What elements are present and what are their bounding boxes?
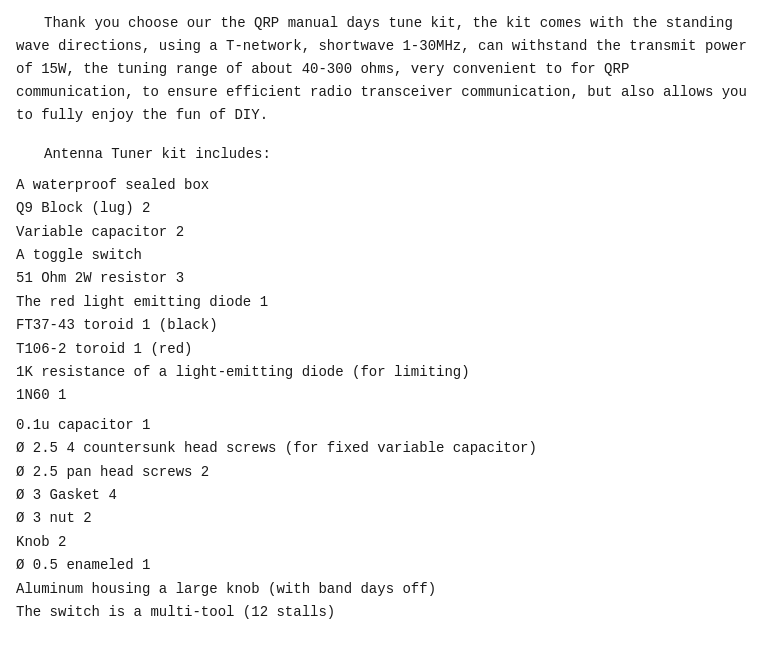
list-item: 1K resistance of a light-emitting diode … [16,361,752,383]
list-item: Knob 2 [16,531,752,553]
list-item: Ø 3 Gasket 4 [16,484,752,506]
items-list: A waterproof sealed boxQ9 Block (lug) 2V… [16,174,752,623]
list-item: 1N60 1 [16,384,752,406]
list-item: Ø 2.5 pan head screws 2 [16,461,752,483]
list-item: 51 Ohm 2W resistor 3 [16,267,752,289]
list-item: The switch is a multi-tool (12 stalls) [16,601,752,623]
section-title: Antenna Tuner kit includes: [16,143,752,165]
intro-text: Thank you choose our the QRP manual days… [16,12,752,127]
list-item: FT37-43 toroid 1 (black) [16,314,752,336]
list-item: A toggle switch [16,244,752,266]
list-item: T106-2 toroid 1 (red) [16,338,752,360]
list-item: Q9 Block (lug) 2 [16,197,752,219]
list-item: The red light emitting diode 1 [16,291,752,313]
list-item: Ø 0.5 enameled 1 [16,554,752,576]
list-item: A waterproof sealed box [16,174,752,196]
list-item: Ø 2.5 4 countersunk head screws (for fix… [16,437,752,459]
list-item: Variable capacitor 2 [16,221,752,243]
list-item: 0.1u capacitor 1 [16,414,752,436]
list-item: Aluminum housing a large knob (with band… [16,578,752,600]
list-item: Ø 3 nut 2 [16,507,752,529]
